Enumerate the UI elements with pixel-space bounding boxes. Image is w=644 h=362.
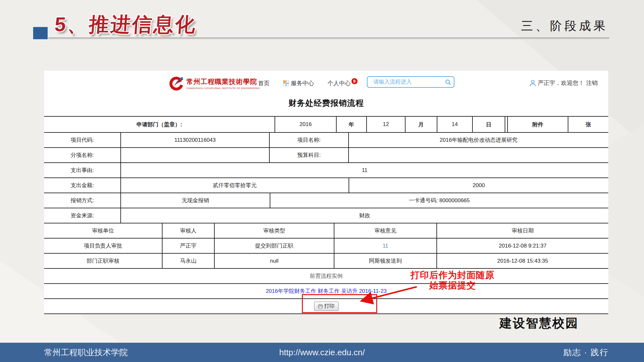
audit-header-date: 审核日期 bbox=[437, 223, 608, 238]
user-area: 严正宇，欢迎您！ 注销 bbox=[530, 79, 598, 87]
logo: 常州工程職業技術學院 CHANGZHOU VOCATIONAL INSTITUT… bbox=[169, 76, 260, 91]
audit-header-unit: 审核单位 bbox=[44, 223, 163, 238]
slide-title: 5、推进信息化 bbox=[54, 11, 198, 38]
top-nav: ⌂ 首页 服务中心 个人中心 9 bbox=[252, 79, 358, 87]
annotation-line-2: 始票据提交 bbox=[409, 280, 496, 291]
audit-header-type: 审核类型 bbox=[215, 223, 334, 238]
project-code-value: 11130200116043 bbox=[121, 133, 270, 147]
footer-bar: http://www.czie.edu.cn/ 常州工程职业技术学院 励志 · … bbox=[0, 343, 644, 362]
attachment-label: 附件 bbox=[508, 117, 568, 132]
amount-value: 2000 bbox=[349, 178, 608, 193]
apply-date-row: 申请部门（盖章）: 2016 年 12 月 14 日 附件 张 bbox=[44, 117, 608, 133]
grid-icon bbox=[283, 80, 289, 86]
subitem-label: 分项名称: bbox=[44, 148, 121, 162]
source-label: 资金来源: bbox=[44, 208, 121, 223]
search-box bbox=[367, 76, 454, 88]
home-icon: ⌂ bbox=[252, 80, 256, 86]
title-accent-square bbox=[33, 27, 48, 39]
annotation-line-1: 打印后作为封面随原 bbox=[409, 270, 496, 280]
header-divider bbox=[48, 38, 609, 38]
source-value: 财政 bbox=[121, 208, 608, 223]
footer-motto: 励志 · 践行 bbox=[563, 347, 609, 358]
audit-type: 提交到部门正职 bbox=[215, 239, 334, 253]
pre-process-row: 前置流程实例 bbox=[44, 269, 608, 284]
logo-text: 常州工程職業技術學院 CHANGZHOU VOCATIONAL INSTITUT… bbox=[186, 77, 260, 90]
welcome-text: 严正宇，欢迎您！ bbox=[538, 79, 584, 87]
project-code-label: 项目代码: bbox=[44, 133, 121, 147]
nav-home-label: 首页 bbox=[258, 79, 270, 87]
search-icon[interactable] bbox=[445, 79, 451, 86]
amount-row: 支出金额: 贰仟零佰零拾零元 2000 bbox=[44, 178, 608, 193]
subitem-row: 分项名称: 预算科目: bbox=[44, 148, 608, 163]
nav-personal-center[interactable]: 个人中心 9 bbox=[328, 79, 358, 87]
amount-label: 支出金额: bbox=[44, 178, 121, 193]
audit-person: 马永山 bbox=[163, 254, 215, 268]
pre-process-label: 前置流程实例 bbox=[44, 269, 608, 283]
audit-opinion: 阿斯顿发送到 bbox=[334, 254, 437, 268]
audit-header-person: 审核人 bbox=[163, 223, 215, 238]
audit-header-row: 审核单位 审核人 审核类型 审核意见 审核日期 bbox=[44, 223, 608, 239]
apply-dept-label: 申请部门（盖章）: bbox=[44, 117, 275, 132]
footer-school-name: 常州工程职业技术学院 bbox=[44, 347, 128, 358]
year-unit: 年 bbox=[337, 117, 367, 132]
reason-label: 支出事由: bbox=[44, 163, 121, 177]
apply-day: 14 bbox=[437, 117, 473, 132]
slide: 5、推进信息化 三、阶段成果 常州工程職業技術學院 CHANGZHOU VOCA… bbox=[0, 0, 644, 362]
logo-name-en: CHANGZHOU VOCATIONAL INSTITUTE OF ENGINE… bbox=[186, 87, 260, 90]
nav-service-label: 服务中心 bbox=[291, 79, 314, 87]
reason-row: 支出事由: 11 bbox=[44, 163, 608, 178]
slide-caption: 建设智慧校园 bbox=[499, 315, 579, 331]
audit-date: 2016-12-08 15:43:35 bbox=[437, 254, 608, 268]
amount-chinese: 贰仟零佰零拾零元 bbox=[121, 178, 349, 193]
budget-value bbox=[349, 148, 608, 162]
project-name-value: 2016年输配电价改动态进展研究 bbox=[349, 133, 608, 147]
method-row: 报销方式: 无现金报销 一卡通号码: 8000000665 bbox=[44, 193, 608, 208]
audit-opinion: 11 bbox=[334, 239, 437, 253]
form-title: 财务处经费报销流程 bbox=[44, 98, 608, 108]
audit-row: 部门正职审核 马永山 null 阿斯顿发送到 2016-12-08 15:43:… bbox=[44, 254, 608, 269]
audit-unit: 部门正职审核 bbox=[44, 254, 163, 268]
budget-label: 预算科目: bbox=[270, 148, 349, 162]
project-row: 项目代码: 11130200116043 项目名称: 2016年输配电价改动态进… bbox=[44, 133, 608, 148]
audit-type: null bbox=[215, 254, 334, 268]
nav-home[interactable]: ⌂ 首页 bbox=[252, 79, 270, 87]
audit-unit: 项目负责人审批 bbox=[44, 239, 163, 253]
logo-emblem-icon bbox=[169, 76, 184, 91]
audit-header-opinion: 审核意见 bbox=[334, 223, 437, 238]
notification-badge: 9 bbox=[351, 78, 358, 84]
method-label: 报销方式: bbox=[44, 193, 121, 208]
browser-page: 常州工程職業技術學院 CHANGZHOU VOCATIONAL INSTITUT… bbox=[44, 71, 608, 314]
project-name-label: 项目名称: bbox=[270, 133, 349, 147]
user-icon bbox=[530, 80, 536, 86]
audit-date: 2016-12-08 9:21:37 bbox=[437, 239, 608, 253]
day-unit: 日 bbox=[473, 117, 505, 132]
source-row: 资金来源: 财政 bbox=[44, 208, 608, 223]
logo-name-cn: 常州工程職業技術學院 bbox=[186, 77, 260, 86]
subitem-value bbox=[121, 148, 270, 162]
method-value: 无现金报销 bbox=[121, 193, 270, 208]
logout-link[interactable]: 注销 bbox=[586, 79, 598, 87]
annotation-text: 打印后作为封面随原 始票据提交 bbox=[409, 270, 496, 291]
attachment-unit: 张 bbox=[568, 117, 608, 132]
reimburse-form: 申请部门（盖章）: 2016 年 12 月 14 日 附件 张 项目代码: 11… bbox=[44, 116, 608, 314]
audit-row: 项目负责人审批 严正宇 提交到部门正职 11 2016-12-08 9:21:3… bbox=[44, 239, 608, 254]
section-label: 三、阶段成果 bbox=[521, 18, 608, 34]
card-number: 一卡通号码: 8000000665 bbox=[270, 193, 608, 208]
apply-month: 12 bbox=[367, 117, 406, 132]
double-rule-spacer bbox=[505, 117, 508, 132]
search-input[interactable] bbox=[373, 78, 445, 86]
nav-service-center[interactable]: 服务中心 bbox=[283, 79, 314, 87]
month-unit: 月 bbox=[406, 117, 437, 132]
nav-personal-label: 个人中心 bbox=[328, 79, 351, 87]
audit-person: 严正宇 bbox=[163, 239, 215, 253]
apply-year: 2016 bbox=[275, 117, 337, 132]
reason-value: 11 bbox=[121, 163, 608, 177]
